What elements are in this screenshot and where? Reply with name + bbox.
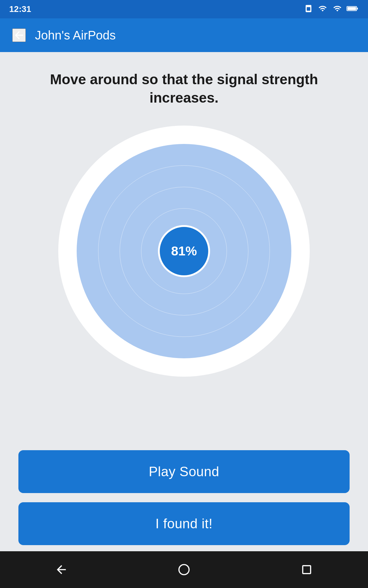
battery-icon bbox=[347, 4, 359, 14]
svg-rect-3 bbox=[357, 8, 358, 9]
nav-back-button[interactable] bbox=[49, 557, 74, 582]
status-icons bbox=[304, 4, 359, 14]
svg-rect-6 bbox=[303, 566, 311, 574]
status-bar: 12:31 bbox=[0, 0, 368, 18]
svg-rect-4 bbox=[347, 7, 356, 10]
app-bar: John's AirPods bbox=[0, 18, 368, 52]
play-sound-button[interactable]: Play Sound bbox=[18, 450, 350, 493]
signal-icon bbox=[332, 4, 342, 14]
svg-point-5 bbox=[179, 565, 189, 575]
radar-container: 81% bbox=[58, 126, 310, 377]
found-it-button[interactable]: I found it! bbox=[18, 502, 350, 545]
back-button[interactable] bbox=[12, 28, 26, 42]
wifi-icon bbox=[317, 4, 328, 14]
nav-home-button[interactable] bbox=[172, 557, 196, 582]
svg-rect-1 bbox=[307, 7, 310, 11]
buttons-area: Play Sound I found it! bbox=[0, 450, 368, 545]
outer-ring: 81% bbox=[58, 126, 310, 377]
sim-icon bbox=[304, 4, 313, 14]
signal-percentage: 81% bbox=[171, 244, 197, 258]
nav-bar bbox=[0, 551, 368, 588]
inner-blue-area: 81% bbox=[77, 144, 291, 358]
nav-recent-button[interactable] bbox=[294, 557, 319, 582]
center-circle: 81% bbox=[158, 225, 210, 277]
status-time: 12:31 bbox=[9, 4, 31, 14]
instruction-text: Move around so that the signal strength … bbox=[46, 70, 322, 107]
main-content: Move around so that the signal strength … bbox=[0, 52, 368, 450]
app-bar-title: John's AirPods bbox=[35, 28, 116, 42]
